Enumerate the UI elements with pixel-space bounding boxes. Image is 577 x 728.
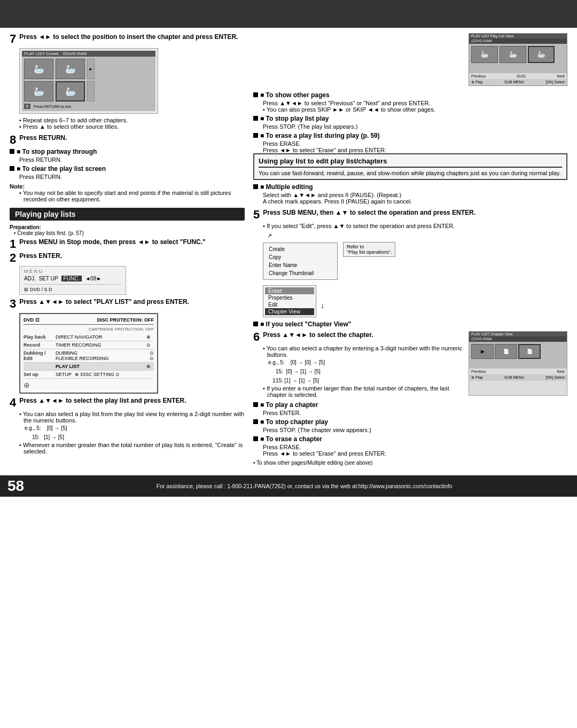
step6-note-1: You can also select a chapter by enterin…	[263, 345, 464, 358]
step-4-header: 4 Press ▲▼◄► to select the play list and…	[10, 397, 245, 409]
edit-item: Edit	[265, 301, 314, 308]
stop-play-icon	[253, 116, 258, 121]
step-8-text: Press RETURN.	[19, 134, 67, 143]
top-bar	[0, 0, 577, 28]
step-8-header: 8 Press RETURN.	[10, 134, 245, 146]
right-top-screen: PLAY LIST Play List View ⊡DVD-RAM 🦢 🦢 🦢 …	[469, 33, 567, 86]
step-6-header: 6 Press ▲▼◄► to select the chapter.	[253, 331, 464, 343]
step6-ex3: 115: [1] → [1] → [5]	[268, 376, 464, 385]
step-1-header: 1 Press MENU in Stop mode, then press ◄►…	[10, 238, 245, 250]
stop-chapter-text: Press STOP. (The chapter view appears.)	[263, 427, 567, 433]
step4-note-1: You can also select a play list from the…	[19, 411, 245, 424]
step-2-header: 2 Press ENTER.	[10, 252, 245, 264]
multiple-editing-label: ■ Multiple editing	[260, 183, 313, 191]
multiple-editing: ■ Multiple editing	[253, 183, 567, 191]
show-pages-note: You can also press SKIP ►► or SKIP ◄◄ to…	[263, 106, 567, 113]
step6-note-2: If you enter a number larger than the to…	[263, 385, 464, 398]
sub-menu-visual: Erase Properties Edit Chapter View ↓	[263, 285, 567, 317]
clear-screen-label: ■ To clear the play list screen	[17, 165, 106, 173]
stop-partway-label: ■ To stop partway through	[17, 148, 97, 155]
multiple-editing-note: A check mark appears. Press II (PAUSE) a…	[263, 198, 567, 205]
step-2-number: 2	[10, 252, 16, 264]
show-pages-text: Press ▲▼◄► to select "Previous" or "Next…	[263, 100, 567, 106]
step-4-number: 4	[10, 397, 16, 409]
erase-list-text: Press ERASE.	[263, 140, 567, 147]
screen-body-7: 🦢 🦢 ► 🦢 🦢 ⊕	[22, 57, 155, 111]
sub-menu-box: Erase Properties Edit Chapter View	[263, 285, 316, 317]
play-chapter-icon	[253, 402, 258, 407]
step4-note-2: Whenever a number greater than the total…	[19, 442, 245, 455]
prep-text: • Create play lists first. (p. 57)	[14, 230, 245, 236]
step-1-text: Press MENU in Stop mode, then press ◄► t…	[19, 238, 206, 247]
down-arrow: ↓	[321, 301, 324, 310]
step7-note-2: Press ▲ to select other source titles.	[19, 123, 245, 130]
to-stop-play: ■ To stop play list play	[253, 115, 567, 122]
using-intro: You can use fast-forward, rewind, pause,…	[259, 170, 562, 176]
step-3-number: 3	[10, 298, 16, 310]
menu-dvd-icon: ⊞	[24, 287, 28, 292]
step-6-left: 6 Press ▲▼◄► to select the chapter. You …	[253, 329, 464, 398]
stop-chapter-label: ■ To stop chapter play	[260, 418, 328, 426]
dvd-row-setup: Set up SETUP ⊕ DISC SETTING ⊙	[24, 371, 154, 379]
screen-title-bar-7: PLAY LIST Create ⊡DVD-RAM	[22, 51, 155, 57]
refer-sub: "Play list operations".	[347, 249, 392, 255]
edit-menu-enter-name: Enter Name	[266, 261, 335, 269]
step-3-header: 3 Press ▲▼◄► to select "PLAY LIST" and p…	[10, 298, 245, 310]
edit-menu-create: Create	[266, 245, 335, 253]
step-2-text: Press ENTER.	[19, 252, 62, 261]
dvd-menu-mockup: DVD ⊡ DISC PROTECTION: OFF CARTRIDGE PRO…	[19, 313, 158, 394]
step-6-text: Press ▲▼◄► to select the chapter.	[263, 331, 373, 340]
step-7-screen: PLAY LIST Create ⊡DVD-RAM 🦢 🦢 ► 🦢	[19, 48, 158, 114]
step7-note-1: Repeat steps 6–7 to add other chapters.	[19, 117, 245, 123]
step-1-number: 1	[10, 238, 16, 250]
step-7-text: Press ◄► to select the position to inser…	[19, 33, 238, 42]
stop-chapter-icon	[253, 419, 258, 424]
bottom-area: 58 For assistance, please call : 1-800-2…	[0, 475, 577, 497]
show-pages-icon	[253, 92, 258, 97]
page-number: 58	[0, 475, 32, 497]
dvd-row-dubbing: Dubbing / Edit DUBBING ⊙ FLEXIBLE RECORD…	[24, 349, 154, 363]
dvd-row-playlist: PLAY LIST ⊕	[24, 363, 154, 371]
stop-partway-icon	[10, 149, 14, 154]
edit-menu: Create Copy Enter Name Change Thumbnail	[263, 242, 338, 280]
menu-row-func: ADJ. SET UP FUNC. ◄08►	[24, 275, 121, 282]
erase-list-note: Press ◄► to select "Erase" and press ENT…	[263, 147, 567, 153]
erase-item: Erase	[265, 287, 314, 294]
step6-ex2: 15: [0] → [1] → [5]	[268, 367, 464, 376]
step-7-header: 7 Press ◄► to select the position to ins…	[10, 33, 245, 45]
edit-menu-change-thumbnail: Change Thumbnail	[266, 269, 335, 277]
step-5-number: 5	[253, 209, 260, 221]
to-show-pages: ■ To show other pages	[253, 91, 567, 99]
chapter-view-screen: PLAY LIST Chapter View ⊡DVD-RAM ▶ 📄 📄 Pr…	[469, 331, 567, 396]
stop-play-text: Press STOP. (The play list appears.)	[263, 123, 567, 130]
erase-chapter-text: Press ERASE.	[263, 444, 567, 450]
step4-example-1: e.g., 5: [0] → [5]	[25, 424, 245, 433]
to-play-chapter: ■ To play a chapter	[253, 401, 567, 409]
step-3-text: Press ▲▼◄► to select "PLAY LIST" and pre…	[19, 298, 189, 307]
edit-menu-area: ↗ Create Copy Enter Name Change Thumbnai…	[263, 232, 567, 282]
note-section: Note: You may not be able to specify sta…	[10, 183, 245, 202]
clear-screen-detail: Press RETURN.	[19, 174, 245, 180]
to-erase-chapter: ■ To erase a chapter	[253, 435, 567, 443]
menu-dvd-text: DVD / S D	[30, 287, 52, 292]
edit-refer-area: Refer to "Play list operations".	[341, 232, 395, 257]
refer-text: Refer to	[347, 244, 392, 249]
using-box: Using play list to edit play list/chapte…	[253, 153, 567, 180]
step-5-text: Press SUB MENU, then ▲▼ to select the op…	[263, 209, 475, 217]
step-6-area: 6 Press ▲▼◄► to select the chapter. You …	[253, 329, 567, 398]
step-6-number: 6	[253, 331, 260, 343]
to-erase-list: ■ To erase a play list during play (p. 5…	[253, 132, 567, 139]
multiple-editing-text: Select with ▲▼◄► and press II (PAUSE). (…	[263, 192, 567, 198]
erase-chapter-note: Press ◄► to select "Erase" and press ENT…	[263, 450, 567, 457]
step-5-header: 5 Press SUB MENU, then ▲▼ to select the …	[253, 209, 567, 221]
stop-partway: ■ To stop partway through	[10, 148, 245, 155]
dvd-row-record: Record TIMER RECORDING ⊙	[24, 341, 154, 349]
step6-ex1: e.g., 5: [0] → [0] → [5]	[268, 358, 464, 367]
stop-play-label: ■ To stop play list play	[260, 115, 329, 122]
step5-note: If you select "Edit", press ▲▼ to select…	[263, 223, 567, 229]
stop-partway-detail: Press RETURN.	[19, 156, 245, 163]
section-title: Playing play lists	[10, 208, 245, 221]
refer-box: Refer to "Play list operations".	[343, 242, 395, 257]
step4-example-2: 15: [1] → [5]	[25, 433, 245, 442]
prep-section: Preparation: • Create play lists first. …	[10, 224, 245, 236]
